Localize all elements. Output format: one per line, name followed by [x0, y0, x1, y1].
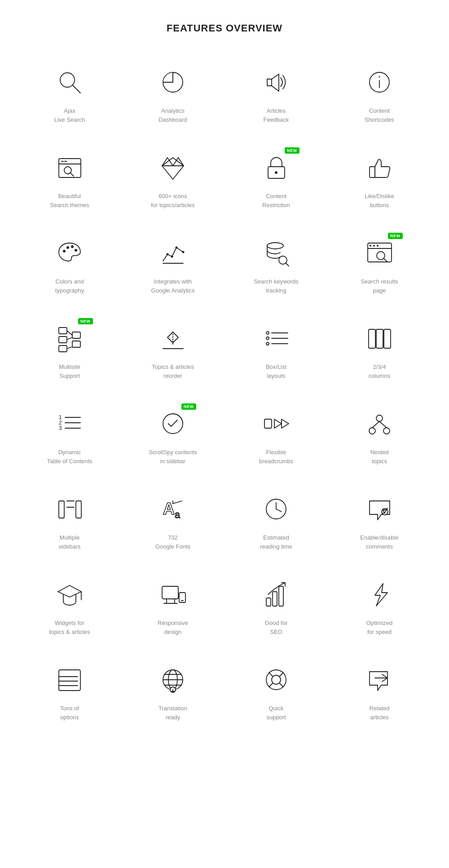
svg-point-52	[266, 337, 269, 340]
columns-label: 2/3/4columns	[369, 363, 390, 380]
svg-line-44	[67, 331, 72, 335]
svg-point-68	[369, 428, 375, 434]
feature-item-google-fonts: Aa732Google Fonts	[121, 479, 224, 564]
optimized-speed-label: Optimizedfor speed	[366, 619, 393, 636]
colors-typography-icon	[53, 236, 87, 270]
feature-item-dynamic-toc: 123DynamicTable of Contents	[18, 394, 121, 479]
feature-item-reading-time: Estimatedreading time	[224, 479, 328, 564]
svg-text:3: 3	[59, 425, 62, 431]
beautiful-search-themes-icon	[53, 151, 87, 185]
svg-rect-56	[384, 329, 391, 348]
google-analytics-icon	[156, 236, 190, 270]
search-results-page-badge: NEW	[388, 233, 403, 239]
topics-reorder-label: Topics & articlesreorder	[152, 363, 194, 380]
feature-item-columns: 2/3/4columns	[328, 308, 431, 394]
svg-point-35	[373, 245, 375, 247]
feature-item-topics-reorder: Topics & articlesreorder	[121, 308, 224, 394]
svg-rect-73	[76, 501, 81, 518]
feature-item-related-articles: Relatedarticles	[328, 650, 431, 735]
multisite-support-icon: NEW	[53, 322, 87, 355]
ajax-live-search-label: AjaxLive Search	[54, 106, 85, 124]
feature-item-good-for-seo: Good forSEO	[224, 564, 328, 650]
feature-item-colors-typography: Colors andtypography	[18, 223, 121, 308]
nested-topics-icon	[363, 407, 396, 441]
optimized-speed-icon	[363, 578, 396, 611]
feature-item-articles-feedback: ArticlesFeedback	[224, 52, 328, 137]
svg-rect-72	[59, 501, 64, 518]
articles-feedback-icon	[260, 66, 293, 99]
page-title: FEATURES OVERVIEW	[0, 22, 449, 34]
svg-point-53	[266, 342, 269, 345]
feature-item-flexible-breadcrumbs: Flexiblebreadcrumbs	[224, 394, 328, 479]
nested-topics-label: Nestedtopics	[370, 448, 388, 465]
svg-point-67	[376, 415, 383, 421]
feature-item-search-results-page: NEWSearch resultspage	[328, 223, 431, 308]
svg-line-82	[276, 509, 282, 512]
flexible-breadcrumbs-label: Flexiblebreadcrumbs	[259, 448, 293, 465]
feature-item-scrollspy: NEWScrollSpy contentsin sidebar	[121, 394, 224, 479]
scrollspy-badge: NEW	[181, 403, 196, 410]
svg-point-27	[182, 251, 184, 253]
svg-line-31	[286, 263, 289, 266]
svg-line-14	[178, 158, 184, 166]
reading-time-label: Estimatedreading time	[260, 533, 292, 551]
svg-rect-41	[59, 345, 67, 352]
svg-rect-94	[279, 586, 283, 606]
svg-line-8	[70, 173, 74, 176]
widgets-topics-label: Widgets fortopics & articles	[49, 619, 90, 636]
svg-line-46	[67, 347, 72, 349]
svg-rect-55	[376, 329, 383, 348]
svg-point-51	[266, 332, 269, 334]
svg-line-114	[269, 683, 273, 687]
scrollspy-label: ScrollSpy contentsin sidebar	[149, 448, 197, 465]
columns-icon	[363, 322, 396, 355]
svg-point-18	[275, 171, 277, 174]
svg-point-34	[370, 245, 371, 247]
enable-disable-comments-icon	[363, 492, 396, 526]
svg-point-111	[272, 675, 281, 684]
enable-disable-comments-label: Enable/disablecomments	[360, 533, 398, 551]
good-for-seo-label: Good forSEO	[265, 619, 288, 636]
svg-rect-54	[369, 329, 375, 348]
svg-marker-65	[274, 419, 282, 428]
scrollspy-icon: NEW	[156, 407, 190, 441]
multiple-sidebars-label: Multiplesidebars	[58, 533, 80, 551]
feature-item-widgets-topics: Widgets fortopics & articles	[18, 564, 121, 650]
quick-support-label: Quicksupport	[266, 704, 286, 722]
svg-point-69	[383, 428, 390, 434]
search-results-page-label: Search resultspage	[361, 277, 398, 295]
svg-point-24	[166, 253, 168, 256]
svg-point-4	[379, 76, 380, 78]
quick-support-icon	[260, 663, 293, 697]
svg-line-45	[67, 337, 72, 340]
translation-ready-icon	[156, 663, 190, 697]
svg-rect-40	[59, 337, 67, 343]
feature-item-multiple-sidebars: Multiplesidebars	[18, 479, 121, 564]
search-keywords-icon	[260, 236, 293, 270]
like-dislike-buttons-label: Like/Dislikebuttons	[365, 192, 394, 209]
svg-point-36	[377, 245, 379, 247]
feature-item-tons-options: Tons ofoptions	[18, 650, 121, 735]
search-keywords-label: Search keywordstracking	[254, 277, 299, 295]
tons-options-icon	[53, 663, 87, 697]
svg-line-1	[72, 85, 80, 93]
content-restriction-icon: NEW	[260, 151, 293, 185]
svg-rect-86	[162, 586, 178, 599]
svg-line-112	[269, 673, 273, 676]
page-header: FEATURES OVERVIEW	[0, 0, 449, 48]
features-grid: AjaxLive SearchAnalyticsDashboardArticle…	[0, 48, 449, 740]
svg-line-115	[280, 683, 283, 687]
svg-line-13	[162, 158, 167, 166]
svg-point-21	[66, 246, 69, 249]
topics-reorder-icon	[156, 322, 190, 355]
feature-item-box-list-layouts: Box/Listlayouts	[224, 308, 328, 394]
responsive-design-icon	[156, 578, 190, 611]
svg-point-22	[71, 245, 74, 248]
feature-item-optimized-speed: Optimizedfor speed	[328, 564, 431, 650]
related-articles-icon	[363, 663, 396, 697]
feature-item-analytics-dashboard: AnalyticsDashboard	[121, 52, 224, 137]
beautiful-search-themes-label: BeautifulSearch themes	[50, 192, 89, 209]
feature-item-content-restriction: NEWContentRestriction	[224, 137, 328, 223]
feature-item-quick-support: Quicksupport	[224, 650, 328, 735]
multisite-support-label: MultisiteSupport	[59, 363, 80, 380]
